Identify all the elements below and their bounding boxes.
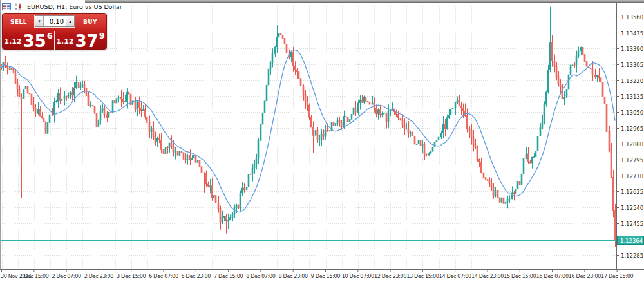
price-axis-label: 1.12455 [621, 221, 643, 227]
price-axis-label: 1.13475 [621, 30, 643, 37]
buy-price[interactable]: 1.12 37 9 [55, 30, 106, 50]
moving-average-line [1, 50, 615, 212]
time-axis-label: 2 Dec 07:00 [52, 274, 81, 279]
time-axis-label: 8 Dec 23:00 [278, 274, 308, 279]
window-top-border [85, 0, 644, 3]
current-price-tag-label: 1.12364 [620, 238, 643, 244]
time-axis[interactable]: 30 Nov 20211 Dec 15:002 Dec 07:002 Dec 2… [0, 269, 644, 279]
time-axis-label: 17 Dec 15:00 [601, 274, 633, 279]
buy-pips: 37 [75, 35, 98, 48]
price-axis-label: 1.13560 [621, 14, 643, 21]
time-axis-label: 10 Dec 07:00 [342, 274, 374, 279]
chevron-up-icon: ▲ [68, 19, 72, 23]
price-axis-label: 1.12625 [621, 189, 643, 195]
sell-price[interactable]: 1.12 35 6 [3, 30, 54, 50]
price-axis-label: 1.12540 [621, 205, 643, 211]
time-axis-label: 2 Dec 23:00 [84, 274, 114, 279]
time-axis-label: 15 Dec 15:00 [504, 274, 536, 279]
one-click-trading-panel: SELL ▼ ▲ BUY 1.12 35 6 [2, 13, 107, 50]
time-axis-label: 7 Dec 15:00 [214, 274, 243, 279]
time-axis-label: 3 Dec 15:00 [117, 274, 146, 279]
price-axis-label: 1.12880 [621, 141, 643, 147]
sell-button-label: SELL [10, 19, 27, 25]
time-axis-label: 1 Dec 15:00 [19, 274, 49, 279]
time-axis-label: 16 Dec 23:00 [569, 274, 601, 279]
volume-stepper: ▼ ▲ [35, 15, 75, 27]
chart-header: EURUSD, H1: Euro vs US Dollar [2, 2, 122, 11]
time-axis-label: 9 Dec 15:00 [311, 274, 341, 279]
price-axis-label: 1.13305 [621, 62, 643, 68]
price-axis-label: 1.13220 [621, 78, 643, 84]
time-axis-label: 6 Dec 07:00 [149, 274, 178, 279]
price-axis-label: 1.12965 [621, 126, 643, 132]
candlestick-chart-icon[interactable] [14, 3, 23, 10]
buy-button-label: BUY [83, 19, 97, 25]
volume-decrease-button[interactable]: ▼ [35, 16, 44, 26]
price-axis-label: 1.12795 [621, 157, 643, 164]
chevron-down-icon: ▼ [37, 19, 41, 23]
chart-title: EURUSD, H1: Euro vs US Dollar [27, 3, 122, 10]
time-axis-label: 12 Dec 23:00 [374, 274, 406, 279]
buy-button[interactable]: BUY [74, 14, 106, 30]
window-left-border [0, 0, 1, 269]
volume-input[interactable] [44, 16, 66, 26]
sell-button[interactable]: SELL [3, 14, 35, 30]
time-axis-label: 6 Dec 23:00 [182, 274, 211, 279]
price-axis-label: 1.13050 [621, 109, 643, 116]
quotes-grid-icon[interactable] [2, 3, 11, 10]
trade-panel-top-row: SELL ▼ ▲ BUY [3, 14, 106, 30]
trade-panel-price-row: 1.12 35 6 1.12 37 9 [3, 30, 106, 50]
sell-big-figure: 1.12 [4, 37, 21, 46]
buy-pip-fraction: 9 [99, 31, 105, 41]
time-axis-label: 14 Dec 07:00 [439, 274, 471, 279]
current-price-line: 1.12364 [0, 236, 644, 245]
price-axis-label: 1.12285 [621, 252, 643, 259]
sell-pip-fraction: 6 [47, 31, 53, 41]
chart-window: { "window": { "title": "EURUSD, H1: Euro… [0, 0, 644, 282]
time-axis-label: 13 Dec 15:00 [406, 274, 439, 279]
volume-increase-button[interactable]: ▲ [66, 16, 74, 26]
price-axis-label: 1.13390 [621, 46, 643, 52]
buy-big-figure: 1.12 [56, 37, 73, 46]
time-axis-label: 14 Dec 23:00 [471, 274, 504, 279]
price-axis[interactable]: 1.135601.134751.133901.133051.132201.131… [616, 3, 643, 269]
time-axis-label: 16 Dec 07:00 [536, 274, 568, 279]
time-axis-label: 8 Dec 07:00 [246, 274, 276, 279]
price-axis-label: 1.13135 [621, 93, 643, 100]
price-axis-label: 1.12710 [621, 173, 643, 180]
sell-pips: 35 [23, 35, 46, 48]
